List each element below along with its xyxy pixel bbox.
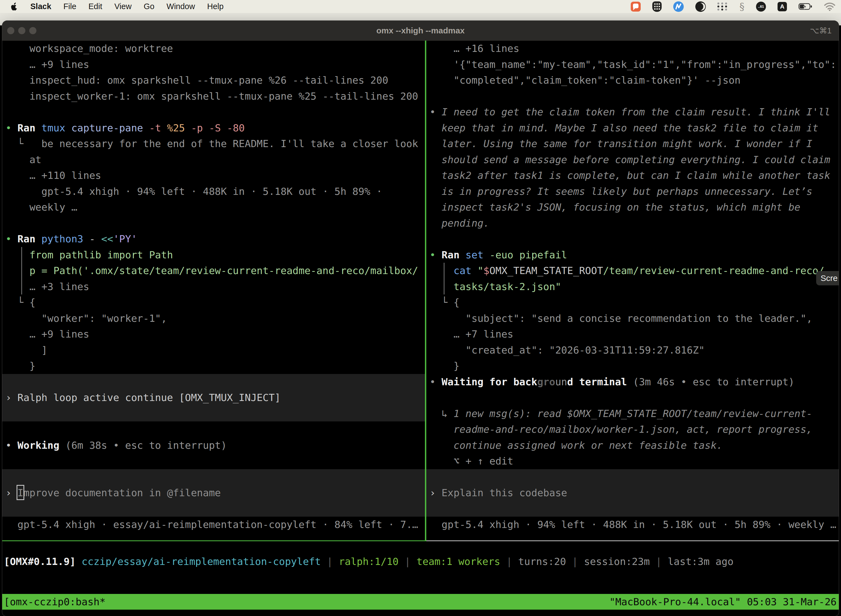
terminal-row <box>2 104 425 120</box>
terminal-text <box>6 265 29 276</box>
omx-status-segment: team:1 workers <box>417 556 500 567</box>
omx-status-segment <box>76 556 82 567</box>
squiggle-icon[interactable]: § <box>740 1 744 12</box>
terminal-text: Working <box>18 440 59 451</box>
terminal-row: "worker": "worker-1", <box>2 311 425 327</box>
terminal-text: • <box>429 376 441 387</box>
terminal-row: └ { <box>2 295 425 311</box>
terminal-text: (3m 46s • esc to interrupt) <box>627 376 794 387</box>
wifi-icon[interactable] <box>824 2 835 11</box>
tmux-pane-right[interactable]: … +16 lines '{"team_name":"my-team","tas… <box>426 41 839 540</box>
terminal-text: • <box>6 233 18 245</box>
menu-item-window[interactable]: Window <box>167 2 195 11</box>
menu-item-edit[interactable]: Edit <box>89 2 103 11</box>
terminal-row <box>426 469 839 485</box>
dots-grid-icon[interactable] <box>717 3 728 10</box>
menu-item-slack[interactable]: Slack <box>30 2 51 11</box>
terminal-text: tmux <box>41 122 65 133</box>
terminal-text: inspect_worker-1: omx sparkshell --tmux-… <box>6 91 418 102</box>
terminal-text: "worker": "worker-1", <box>6 313 167 324</box>
terminal-text: '{"team_name":"my-team","task_id":"1","f… <box>429 59 836 70</box>
terminal-row: from pathlib import Path <box>2 247 425 263</box>
terminal-row: } <box>426 358 839 374</box>
terminal-row: └ be necessary for the end of the README… <box>2 136 425 152</box>
tmux-host-clock: "MacBook-Pro-44.local" 05:03 31-Mar-26 <box>609 594 837 610</box>
prompt-input-left[interactable]: › Improve documentation in @filename <box>2 485 425 501</box>
terminal-text: d terminal <box>567 376 627 387</box>
menu-item-go[interactable]: Go <box>144 2 154 11</box>
crescent-circle-icon[interactable] <box>695 1 706 12</box>
terminal-row: keep that in mind. Maybe I also need the… <box>426 120 839 136</box>
terminal-row <box>2 501 425 517</box>
prompt-input-right[interactable]: › Explain this codebase <box>426 485 839 501</box>
terminal-row: cat "$OMX_TEAM_STATE_ROOT/team/review-cu… <box>426 263 839 279</box>
terminal-text: cat <box>454 265 472 276</box>
terminal-text: -p -S -80 <box>185 122 245 133</box>
terminal-text: gpt-5.4 xhigh · 94% left · 488K in · 5.1… <box>6 186 382 197</box>
terminal-row: inspect task2's JSON, focusing on the st… <box>426 199 839 215</box>
terminal-text: … +9 lines <box>6 59 89 70</box>
letter-a-icon[interactable]: A <box>778 2 787 11</box>
menu-item-view[interactable]: View <box>114 2 132 11</box>
terminal-window: omx --xhigh --madmax ⌥⌘1 workspace_mode:… <box>2 21 839 616</box>
terminal-text: - <box>84 233 101 245</box>
terminal-text: gpt-5.4 xhigh · 94% left · 488K in · 5.1… <box>429 519 836 530</box>
pane-bottom-border-active <box>2 540 425 541</box>
terminal-text <box>472 265 478 276</box>
omx-status-segment: | <box>566 556 584 567</box>
terminal-row <box>2 453 425 469</box>
shield-grid-icon[interactable] <box>652 1 662 12</box>
terminal-row: weekly … <box>2 199 425 215</box>
terminal-text: gro <box>537 376 555 387</box>
terminal-text: • <box>429 249 441 261</box>
battery-charging-icon[interactable] <box>799 3 812 10</box>
terminal-text: task2 after task1 is complete, but can I… <box>429 170 830 181</box>
terminal-text: " <box>477 265 484 276</box>
terminal-text: capture-pane <box>65 122 143 133</box>
terminal-row: … +7 lines <box>426 326 839 342</box>
terminal-row: pending. <box>426 215 839 231</box>
terminal-text: Ralph loop active continue [OMX_TMUX_INJ… <box>18 392 281 403</box>
terminal-text: } <box>6 360 35 371</box>
terminal-row: p = Path('.omx/state/team/review-current… <box>2 263 425 279</box>
terminal-text: OMX_TEAM_STATE_ROOT <box>489 265 603 276</box>
menu-item-help[interactable]: Help <box>207 2 224 11</box>
terminal-text: at <box>6 154 41 165</box>
tmux-session-name: [omx-cczip0:bash* <box>4 594 105 610</box>
text-cursor: I <box>18 487 23 499</box>
terminal-text: › <box>6 392 18 403</box>
window-shortcut-badge: ⌥⌘1 <box>810 21 832 41</box>
terminal-row: later. Using the same for transition mig… <box>426 136 839 152</box>
omx-status-segment: last:3m ago <box>668 556 733 567</box>
terminal-text: %25 <box>161 122 185 133</box>
window-titlebar[interactable]: omx --xhigh --madmax ⌥⌘1 <box>2 21 839 41</box>
terminal-row: } <box>2 358 425 374</box>
terminal-row: continue assigned work or next feasible … <box>426 437 839 453</box>
terminal-text: mprove documentation in @filename <box>23 487 221 499</box>
circle-badge-icon[interactable]: ..61 <box>756 1 766 12</box>
terminal-text: └ { <box>429 297 459 308</box>
terminal-text: 1 new msg(s): read $OMX_TEAM_STATE_ROOT/… <box>454 408 812 419</box>
terminal-text: I need to get the claim token from the c… <box>441 106 830 117</box>
tmux-pane-left[interactable]: workspace_mode: worktree … +9 lines insp… <box>2 41 425 540</box>
edit-hint: ⌥ + ↑ edit <box>426 453 839 469</box>
terminal-row: should send a message before completing … <box>426 152 839 168</box>
omx-status-segment: [OMX#0.11.9] <box>4 556 76 567</box>
blue-zigzag-icon[interactable] <box>673 1 684 12</box>
terminal-row <box>2 215 425 231</box>
terminal-text: } <box>429 360 459 371</box>
terminal-text: /team/review-current-readme-and-reco/ <box>603 265 825 276</box>
omx-status-segment: session:23m <box>584 556 649 567</box>
terminal-text: └ <box>6 138 41 149</box>
terminal-text: Ran <box>18 122 41 133</box>
macos-menu-bar: SlackFileEditViewGoWindowHelp §..61A <box>0 0 841 13</box>
terminal-text: $ <box>484 265 489 276</box>
omx-status-segment: turns:20 <box>518 556 566 567</box>
terminal-text: "completed","claim_token":"claim-token"}… <box>429 75 741 86</box>
terminal-text: "created_at": "2026-03-31T11:59:27.816Z" <box>429 345 705 356</box>
menu-item-file[interactable]: File <box>63 2 76 11</box>
terminal-text: … +9 lines <box>6 329 89 340</box>
slack-chat-icon[interactable] <box>631 1 641 12</box>
apple-icon[interactable] <box>11 2 18 11</box>
terminal-text: is in progress? It seems likely but perh… <box>429 186 812 197</box>
